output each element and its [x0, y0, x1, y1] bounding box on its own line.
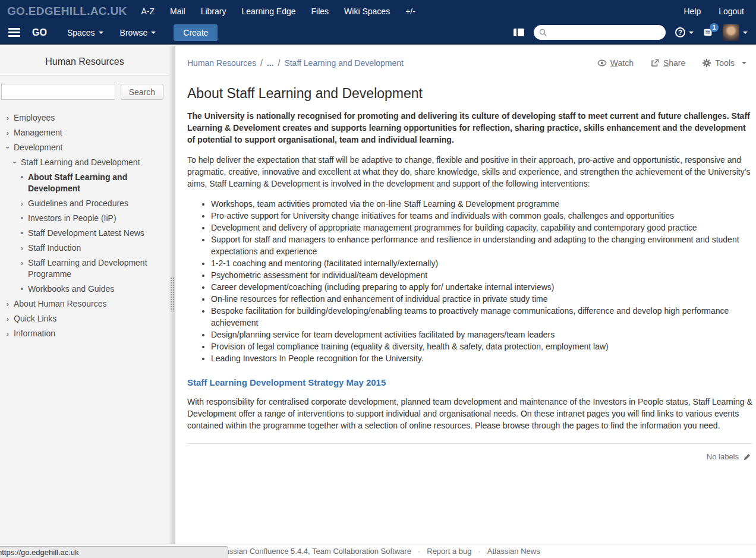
sidebar-item[interactable]: ›Staff Learning and Development [0, 155, 167, 170]
footer-link[interactable]: Report a bug [427, 547, 471, 556]
footer-link[interactable]: Atlassian News [487, 547, 540, 556]
utility-link[interactable]: Logout [719, 7, 744, 16]
user-menu[interactable] [723, 24, 748, 41]
sidebar-item[interactable]: ›Development [0, 140, 167, 155]
tools-menu[interactable]: Tools [702, 58, 746, 68]
header-right-cluster: ? 1 [514, 24, 750, 41]
breadcrumb-separator: / [278, 58, 281, 68]
share-button[interactable]: Share [650, 58, 685, 68]
bullet-icon: • [18, 283, 26, 295]
utility-link[interactable]: Mail [170, 7, 185, 16]
sidebar-item[interactable]: ›Staff Induction [0, 241, 167, 256]
sidebar-item-label[interactable]: Staff Development Latest News [26, 228, 144, 239]
sidebar-item-label[interactable]: Quick Links [12, 313, 56, 324]
sidebar-item[interactable]: •Investors in People (IiP) [0, 211, 167, 226]
browse-menu[interactable]: Browse [112, 28, 165, 37]
chevron-right-icon[interactable]: › [4, 298, 12, 310]
sidebar-search-button[interactable]: Search [121, 84, 163, 100]
utility-link[interactable]: Library [201, 7, 226, 16]
sidebar-item-label[interactable]: Information [12, 328, 55, 339]
sidebar-item-label[interactable]: Employees [12, 112, 55, 124]
chevron-down-icon[interactable]: › [10, 159, 21, 167]
site-logo[interactable]: GO.EDGEHILL.AC.UK [7, 5, 127, 18]
utility-link[interactable]: Learning Edge [241, 7, 295, 16]
watch-button[interactable]: Watch [597, 58, 634, 68]
utility-bar: GO.EDGEHILL.AC.UK A-ZMailLibraryLearning… [0, 0, 756, 22]
chevron-down-icon [99, 31, 103, 34]
strategy-link[interactable]: Staff Learning Development Strategy May … [187, 377, 386, 387]
sidebar-item-label[interactable]: Workbooks and Guides [26, 283, 114, 295]
status-url: https://go.edgehill.ac.uk [0, 547, 79, 558]
global-search[interactable] [534, 25, 666, 40]
powered-by-text: Atlassian Confluence 5.4.4, Team Collabo… [216, 547, 411, 556]
sidebar-item-label[interactable]: Investors in People (IiP) [26, 213, 116, 224]
list-item: Support for staff and managers to enhanc… [211, 234, 752, 257]
notifications-button[interactable]: 1 [703, 27, 713, 37]
avatar[interactable] [723, 24, 739, 41]
utility-link[interactable]: Help [683, 7, 701, 16]
sidebar-item[interactable]: ›Management [0, 125, 167, 140]
sidebar-item-label[interactable]: Staff Learning and Development Programme [26, 257, 163, 280]
chevron-down-icon[interactable]: › [2, 144, 14, 152]
utility-link[interactable]: A-Z [141, 7, 155, 16]
sidebar-item[interactable]: ›Employees [0, 111, 167, 125]
list-item: Provision of legal compliance training (… [211, 341, 752, 352]
sidebar-item[interactable]: ›Staff Learning and Development Programm… [0, 256, 167, 282]
status-bar: https://go.edgehill.ac.uk [0, 546, 228, 558]
sidebar-item-label[interactable]: Development [12, 142, 63, 153]
search-input[interactable] [547, 27, 661, 37]
sidebar-item-label[interactable]: Staff Induction [26, 242, 81, 254]
utility-link[interactable]: +/- [405, 7, 415, 16]
footer-links: ·Report a bug·Atlassian News [411, 547, 540, 556]
bullet-icon: • [18, 228, 26, 239]
sidebar-item-label[interactable]: About Staff Learning and Development [26, 172, 163, 194]
chevron-right-icon[interactable]: › [4, 127, 12, 138]
sidebar-item[interactable]: •About Staff Learning and Development [0, 170, 167, 196]
chevron-down-icon [742, 62, 746, 64]
content-header: Human Resources/.../Staff Learning and D… [187, 58, 752, 68]
utility-link[interactable]: Wiki Spaces [344, 7, 390, 16]
search-icon [538, 28, 547, 37]
sidebar-search: Search [0, 75, 169, 106]
chevron-right-icon[interactable]: › [4, 112, 12, 124]
utility-link[interactable]: Files [311, 7, 329, 16]
tools-label: Tools [715, 58, 735, 68]
sidebar-item[interactable]: •Workbooks and Guides [0, 282, 167, 297]
sidebar-item[interactable]: •Staff Development Latest News [0, 226, 167, 241]
chevron-right-icon[interactable]: › [4, 313, 12, 324]
list-item: Design/planning service for team develop… [211, 329, 752, 341]
sidebar-resize-handle[interactable] [169, 46, 175, 544]
chevron-right-icon[interactable]: › [18, 257, 26, 269]
sidebar-item[interactable]: ›Information [0, 326, 167, 341]
sidebar-item[interactable]: ›Guidelines and Procedures [0, 196, 167, 211]
sidebar-item[interactable]: ›Quick Links [0, 311, 167, 326]
menu-icon[interactable] [8, 28, 20, 37]
create-button[interactable]: Create [174, 24, 218, 41]
list-item: Leading Investors In People recognition … [211, 352, 752, 364]
chevron-right-icon[interactable]: › [4, 328, 12, 339]
edit-labels-icon[interactable] [743, 453, 751, 461]
chevron-right-icon[interactable]: › [18, 198, 26, 209]
eye-icon [597, 58, 607, 68]
chevron-down-icon [743, 31, 748, 34]
watch-label: Watch [610, 58, 634, 68]
grip-icon[interactable] [170, 277, 175, 311]
sidebar-item-label[interactable]: Guidelines and Procedures [26, 198, 128, 209]
breadcrumb-link[interactable]: Human Resources [187, 58, 256, 68]
sidebar-item-label[interactable]: About Human Resources [12, 298, 106, 310]
spaces-menu[interactable]: Spaces [59, 28, 112, 37]
sidebar-item[interactable]: ›About Human Resources [0, 297, 167, 311]
spaces-menu-label: Spaces [67, 28, 95, 37]
sidebar-search-input[interactable] [1, 84, 115, 100]
breadcrumb-link[interactable]: ... [267, 58, 274, 68]
sidebar-item-label[interactable]: Management [12, 127, 62, 138]
sidebar-toggle-icon[interactable] [514, 29, 524, 36]
chevron-right-icon[interactable]: › [18, 242, 26, 254]
list-item: Pro-active support for University change… [211, 210, 752, 222]
help-menu[interactable]: ? [675, 27, 694, 37]
chevron-down-icon [689, 31, 694, 34]
labels-text: No labels [707, 452, 739, 461]
breadcrumb-link[interactable]: Staff Learning and Development [284, 58, 404, 68]
sidebar-item-label[interactable]: Staff Learning and Development [19, 157, 140, 168]
go-app-logo[interactable]: GO [32, 27, 47, 38]
